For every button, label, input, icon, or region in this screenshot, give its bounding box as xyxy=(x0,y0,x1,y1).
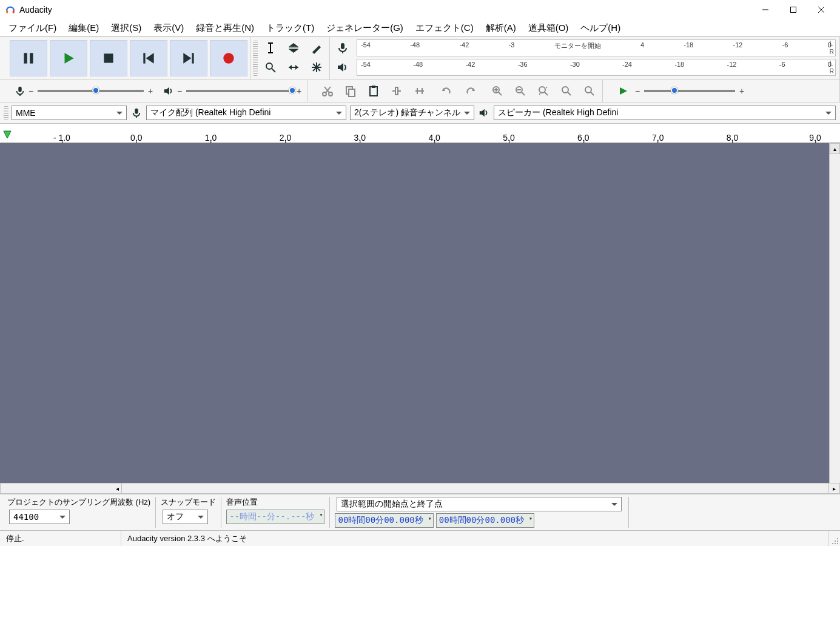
window-title: Audacity xyxy=(19,5,751,15)
undo-button[interactable] xyxy=(436,82,458,100)
paste-button[interactable] xyxy=(363,82,385,100)
svg-marker-71 xyxy=(4,131,11,138)
zoom-tool-button[interactable] xyxy=(260,58,281,76)
play-at-speed-toolbar: − + xyxy=(603,80,840,102)
svg-rect-10 xyxy=(143,53,145,63)
copy-button[interactable] xyxy=(340,82,361,100)
selection-start-field[interactable]: 00時間00分00.000秒 xyxy=(335,513,433,528)
tools-toolbar xyxy=(250,37,330,79)
menu-view[interactable]: 表示(V) xyxy=(147,20,190,36)
svg-point-14 xyxy=(223,53,234,63)
silence-button[interactable] xyxy=(409,82,431,100)
svg-rect-13 xyxy=(192,53,193,63)
recording-device-select[interactable]: マイク配列 (Realtek High Defini xyxy=(146,106,346,120)
timeline-ruler[interactable]: - 1.00.01.02.03.04.05.06.07.08.09.0 xyxy=(0,124,840,143)
multi-tool-button[interactable] xyxy=(306,58,328,76)
playback-speed-slider[interactable] xyxy=(644,90,735,92)
audio-host-select[interactable]: MME xyxy=(12,106,127,120)
skip-start-button[interactable] xyxy=(130,40,167,76)
snap-select[interactable]: オフ xyxy=(163,510,208,524)
speaker-icon[interactable] xyxy=(332,58,354,76)
status-state: 停止. xyxy=(0,531,121,546)
menu-analyze[interactable]: 解析(A) xyxy=(480,20,522,36)
timeshift-tool-button[interactable] xyxy=(283,58,304,76)
selection-end-field[interactable]: 00時間00分00.000秒 xyxy=(436,513,534,528)
trim-button[interactable] xyxy=(386,82,408,100)
envelope-tool-button[interactable] xyxy=(283,39,304,57)
menu-tools[interactable]: 道具箱(O) xyxy=(522,20,575,36)
svg-rect-46 xyxy=(395,87,398,95)
timeline-tick: 3.0 xyxy=(354,133,366,143)
playback-device-select[interactable]: スピーカー (Realtek High Defini xyxy=(494,106,836,120)
menu-help[interactable]: ヘルプ(H) xyxy=(574,20,627,36)
grip-icon[interactable] xyxy=(4,106,8,120)
play-at-speed-button[interactable] xyxy=(612,82,634,100)
horizontal-scrollbar[interactable]: ◂ ▸ xyxy=(0,483,840,494)
maximize-button[interactable] xyxy=(779,0,807,19)
svg-marker-24 xyxy=(289,65,292,70)
svg-rect-1 xyxy=(13,10,15,13)
menu-file[interactable]: ファイル(F) xyxy=(2,20,62,36)
stop-button[interactable] xyxy=(90,40,127,76)
track-area[interactable]: ▴ xyxy=(0,143,840,483)
close-button[interactable] xyxy=(807,0,835,19)
menu-transport[interactable]: 録音と再生(N) xyxy=(190,20,260,36)
grip-icon[interactable] xyxy=(253,41,258,76)
zoom-out-button[interactable] xyxy=(509,82,531,100)
snap-label: スナップモード xyxy=(161,497,216,508)
svg-point-59 xyxy=(539,87,545,93)
menu-effect[interactable]: エフェクト(C) xyxy=(409,20,480,36)
selection-mode-select[interactable]: 選択範囲の開始点と終了点 xyxy=(337,497,622,511)
svg-line-64 xyxy=(568,92,571,95)
mic-icon xyxy=(13,84,27,98)
audio-position-field[interactable]: --時間--分--.---秒 xyxy=(226,510,324,524)
playback-volume-slider[interactable] xyxy=(186,90,292,92)
scroll-left-button[interactable]: ◂ xyxy=(1,483,122,493)
redo-button[interactable] xyxy=(459,82,481,100)
menu-tracks[interactable]: トラック(T) xyxy=(260,20,320,36)
svg-marker-8 xyxy=(65,53,74,63)
fit-selection-button[interactable] xyxy=(533,82,554,100)
selection-tool-button[interactable] xyxy=(260,39,281,57)
resize-grip-icon[interactable] xyxy=(829,531,840,546)
minus-icon: − xyxy=(176,86,183,96)
minimize-button[interactable] xyxy=(751,0,779,19)
mic-icon[interactable] xyxy=(332,39,354,57)
timeline-tick: 7.0 xyxy=(652,133,664,143)
vertical-scrollbar[interactable]: ▴ xyxy=(829,143,840,483)
project-rate-select[interactable]: 44100 xyxy=(9,510,70,524)
skip-end-button[interactable] xyxy=(170,40,207,76)
svg-point-74 xyxy=(837,541,838,542)
svg-marker-61 xyxy=(539,93,541,95)
menu-edit[interactable]: 編集(E) xyxy=(62,20,105,36)
svg-marker-32 xyxy=(338,63,343,72)
play-button[interactable] xyxy=(50,40,87,76)
minus-icon: − xyxy=(28,86,34,96)
menu-select[interactable]: 選択(S) xyxy=(105,20,147,36)
draw-tool-button[interactable] xyxy=(306,39,328,57)
recording-meter[interactable]: LR -54 -48 -42 -3 モニターを開始 4 -18 -12 -6 0 xyxy=(357,39,836,56)
zoom-toggle-button[interactable] xyxy=(579,82,600,100)
svg-marker-11 xyxy=(146,53,154,63)
svg-point-75 xyxy=(832,543,833,544)
svg-line-66 xyxy=(591,92,594,95)
svg-rect-30 xyxy=(341,43,344,49)
menu-generate[interactable]: ジェネレーター(G) xyxy=(320,20,409,36)
zoom-in-button[interactable] xyxy=(486,82,508,100)
minus-icon: − xyxy=(634,86,640,96)
recording-volume-slider[interactable] xyxy=(38,90,144,92)
timeline-tick: 0.0 xyxy=(130,133,142,143)
cut-button[interactable] xyxy=(317,82,338,100)
svg-rect-9 xyxy=(104,53,113,62)
svg-marker-25 xyxy=(295,65,298,70)
playhead-icon[interactable] xyxy=(0,129,12,143)
scroll-up-button[interactable]: ▴ xyxy=(830,143,840,154)
recording-channels-select[interactable]: 2(ステレオ) 録音チャンネル xyxy=(350,106,474,120)
pause-button[interactable] xyxy=(10,40,47,76)
plus-icon: + xyxy=(147,86,153,96)
record-button[interactable] xyxy=(210,40,247,76)
scroll-right-button[interactable]: ▸ xyxy=(828,483,839,493)
playback-meter[interactable]: LR -54 -48 -42 -36 -30 -24 -18 -12 -6 0 xyxy=(357,59,836,76)
fit-project-button[interactable] xyxy=(556,82,577,100)
svg-marker-62 xyxy=(546,87,548,89)
